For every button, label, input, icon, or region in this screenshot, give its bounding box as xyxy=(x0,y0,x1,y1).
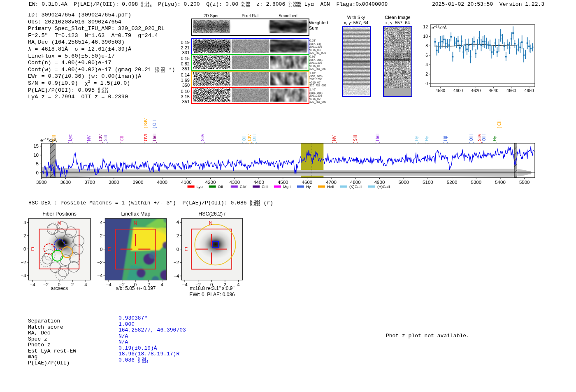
svg-text:EWr: 0. PLAE: 0.086: EWr: 0. PLAE: 0.086 xyxy=(189,292,235,297)
svg-text:−4: −4 xyxy=(182,282,188,287)
svg-text:−4: −4 xyxy=(21,273,26,278)
svg-text:E: E xyxy=(184,246,188,252)
svg-text:4: 4 xyxy=(237,282,240,287)
svg-text:+: + xyxy=(59,246,61,251)
svg-text:4: 4 xyxy=(177,220,179,225)
svg-text:N: N xyxy=(209,220,213,226)
svg-text:−4: −4 xyxy=(106,282,112,287)
svg-text:−2: −2 xyxy=(21,260,26,265)
svg-text:−2: −2 xyxy=(43,282,49,287)
svg-text:HSC(26.2) r: HSC(26.2) r xyxy=(198,211,226,217)
svg-text:2: 2 xyxy=(71,282,74,287)
svg-text:arcsecs: arcsecs xyxy=(51,285,68,291)
svg-text:2: 2 xyxy=(23,233,26,238)
svg-text:−4: −4 xyxy=(30,282,36,287)
svg-text:s/b: 5.05 +/- 0.097: s/b: 5.05 +/- 0.097 xyxy=(116,285,156,291)
svg-text:−4: −4 xyxy=(174,274,179,278)
svg-text:Lineflux Map: Lineflux Map xyxy=(121,211,151,217)
svg-text:Fiber Positions: Fiber Positions xyxy=(42,211,77,217)
svg-text:−4: −4 xyxy=(97,273,103,278)
svg-text:E: E xyxy=(31,246,34,252)
svg-text:0: 0 xyxy=(177,247,179,252)
svg-text:4: 4 xyxy=(23,220,26,225)
svg-text:E: E xyxy=(107,246,111,252)
svg-text:−2: −2 xyxy=(174,260,179,265)
svg-text:0: 0 xyxy=(100,247,102,252)
svg-text:0: 0 xyxy=(23,246,26,251)
svg-text:m:18.8 re:3.1" s:0.9": m:18.8 re:3.1" s:0.9" xyxy=(190,285,235,291)
svg-text:2: 2 xyxy=(177,233,179,238)
svg-text:4: 4 xyxy=(84,282,87,287)
svg-text:4: 4 xyxy=(161,282,164,287)
svg-text:2: 2 xyxy=(100,233,102,238)
svg-text:N: N xyxy=(57,220,61,226)
svg-text:−2: −2 xyxy=(97,260,102,265)
svg-text:4: 4 xyxy=(100,220,103,225)
svg-text:N: N xyxy=(134,220,137,226)
